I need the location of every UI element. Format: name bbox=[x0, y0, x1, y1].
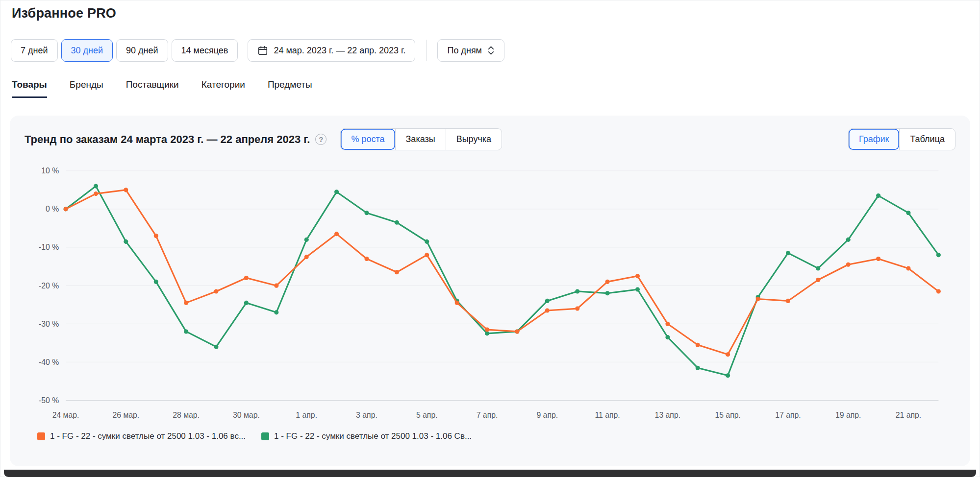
data-point[interactable] bbox=[184, 301, 188, 305]
y-tick-label: 0 % bbox=[46, 205, 59, 213]
page-title: Избранное PRO bbox=[12, 6, 116, 21]
period-button-14m[interactable]: 14 месяцев bbox=[172, 39, 238, 62]
series-line[interactable] bbox=[66, 190, 938, 355]
date-range-picker[interactable]: 24 мар. 2023 г. — 22 апр. 2023 г. bbox=[248, 39, 415, 62]
data-point[interactable] bbox=[876, 257, 880, 261]
data-point[interactable] bbox=[274, 310, 278, 314]
data-point[interactable] bbox=[696, 366, 700, 370]
data-point[interactable] bbox=[696, 343, 700, 347]
data-point[interactable] bbox=[455, 301, 459, 305]
x-tick-label: 26 мар. bbox=[112, 411, 139, 419]
data-point[interactable] bbox=[154, 234, 158, 238]
data-point[interactable] bbox=[846, 238, 851, 242]
data-point[interactable] bbox=[485, 331, 489, 335]
series-line[interactable] bbox=[66, 186, 938, 376]
data-point[interactable] bbox=[395, 220, 399, 225]
tab-tovary[interactable]: Товары bbox=[12, 79, 47, 98]
data-point[interactable] bbox=[244, 301, 249, 305]
metric-toggle-revenue[interactable]: Выручка bbox=[446, 129, 502, 150]
data-point[interactable] bbox=[936, 253, 941, 257]
data-point[interactable] bbox=[575, 289, 579, 293]
data-point[interactable] bbox=[665, 335, 670, 339]
data-point[interactable] bbox=[816, 266, 820, 270]
data-point[interactable] bbox=[906, 266, 910, 270]
data-point[interactable] bbox=[244, 276, 249, 280]
data-point[interactable] bbox=[334, 232, 339, 236]
data-point[interactable] bbox=[274, 284, 278, 288]
data-point[interactable] bbox=[425, 239, 429, 244]
data-point[interactable] bbox=[726, 373, 730, 378]
data-point[interactable] bbox=[124, 239, 128, 244]
data-point[interactable] bbox=[665, 322, 670, 326]
help-icon[interactable]: ? bbox=[315, 134, 327, 145]
data-point[interactable] bbox=[364, 211, 369, 215]
data-point[interactable] bbox=[94, 191, 98, 196]
legend-label: 1 - FG - 22 - сумки светлые от 2500 1.03… bbox=[274, 431, 472, 441]
tab-brendy[interactable]: Бренды bbox=[70, 79, 103, 98]
data-point[interactable] bbox=[425, 253, 429, 257]
data-point[interactable] bbox=[726, 352, 730, 357]
data-point[interactable] bbox=[906, 211, 910, 215]
data-point[interactable] bbox=[94, 184, 98, 188]
period-button-90d[interactable]: 90 дней bbox=[116, 39, 168, 62]
view-toggle: График Таблица bbox=[848, 128, 955, 150]
data-point[interactable] bbox=[816, 278, 820, 282]
chart-legend: 1 - FG - 22 - сумки светлые от 2500 1.03… bbox=[37, 431, 955, 441]
legend-item-orange[interactable]: 1 - FG - 22 - сумки светлые от 2500 1.03… bbox=[37, 431, 246, 441]
granularity-select[interactable]: По дням bbox=[437, 39, 504, 62]
data-point[interactable] bbox=[364, 257, 369, 261]
period-button-7d[interactable]: 7 дней bbox=[11, 39, 58, 62]
data-point[interactable] bbox=[605, 291, 610, 295]
legend-item-green[interactable]: 1 - FG - 22 - сумки светлые от 2500 1.03… bbox=[261, 431, 472, 441]
data-point[interactable] bbox=[184, 329, 188, 334]
data-point[interactable] bbox=[936, 289, 941, 293]
x-tick-label: 28 мар. bbox=[173, 411, 200, 419]
view-toggle-chart[interactable]: График bbox=[849, 129, 900, 150]
data-point[interactable] bbox=[846, 262, 851, 267]
data-point[interactable] bbox=[304, 238, 309, 242]
metric-toggle-orders[interactable]: Заказы bbox=[395, 129, 446, 150]
data-point[interactable] bbox=[64, 207, 68, 211]
data-point[interactable] bbox=[605, 280, 610, 284]
data-point[interactable] bbox=[304, 255, 309, 259]
x-tick-label: 3 апр. bbox=[356, 411, 377, 419]
data-point[interactable] bbox=[214, 345, 218, 349]
tab-predmety[interactable]: Предметы bbox=[268, 79, 312, 98]
x-tick-label: 17 апр. bbox=[775, 411, 801, 419]
data-point[interactable] bbox=[515, 329, 519, 334]
x-tick-label: 5 апр. bbox=[416, 411, 438, 419]
sort-arrows-icon bbox=[487, 46, 495, 55]
y-tick-label: 10 % bbox=[41, 167, 59, 175]
data-point[interactable] bbox=[395, 270, 399, 274]
data-point[interactable] bbox=[756, 297, 760, 301]
period-button-30d[interactable]: 30 дней bbox=[61, 39, 113, 62]
x-tick-label: 24 мар. bbox=[52, 411, 79, 419]
data-point[interactable] bbox=[786, 251, 790, 255]
legend-label: 1 - FG - 22 - сумки светлые от 2500 1.03… bbox=[50, 431, 246, 441]
data-point[interactable] bbox=[545, 308, 550, 312]
trend-card: Тренд по заказам 24 марта 2023 г. — 22 а… bbox=[10, 116, 970, 466]
y-tick-label: -10 % bbox=[39, 243, 59, 251]
tab-postavshchiki[interactable]: Поставщики bbox=[126, 79, 179, 98]
calendar-icon bbox=[257, 45, 268, 56]
data-point[interactable] bbox=[876, 193, 880, 198]
metric-toggle-growth[interactable]: % роста bbox=[341, 129, 395, 150]
y-tick-label: -20 % bbox=[39, 282, 59, 290]
data-point[interactable] bbox=[635, 274, 640, 278]
trend-chart-svg[interactable]: 10 %0 %-10 %-20 %-30 %-40 %-50 %24 мар.2… bbox=[25, 160, 955, 431]
data-point[interactable] bbox=[485, 328, 489, 332]
period-button-group: 7 дней 30 дней 90 дней 14 месяцев bbox=[11, 39, 238, 62]
data-point[interactable] bbox=[154, 280, 158, 284]
data-point[interactable] bbox=[214, 289, 218, 293]
data-point[interactable] bbox=[124, 188, 128, 192]
tab-kategorii[interactable]: Категории bbox=[201, 79, 245, 98]
date-range-label: 24 мар. 2023 г. — 22 апр. 2023 г. bbox=[274, 46, 405, 56]
trend-chart[interactable]: 10 %0 %-10 %-20 %-30 %-40 %-50 %24 мар.2… bbox=[25, 160, 955, 431]
data-point[interactable] bbox=[334, 190, 339, 194]
data-point[interactable] bbox=[635, 287, 640, 291]
y-tick-label: -40 % bbox=[39, 358, 59, 366]
data-point[interactable] bbox=[545, 299, 550, 303]
view-toggle-table[interactable]: Таблица bbox=[899, 129, 955, 150]
data-point[interactable] bbox=[786, 299, 790, 303]
data-point[interactable] bbox=[575, 306, 579, 310]
